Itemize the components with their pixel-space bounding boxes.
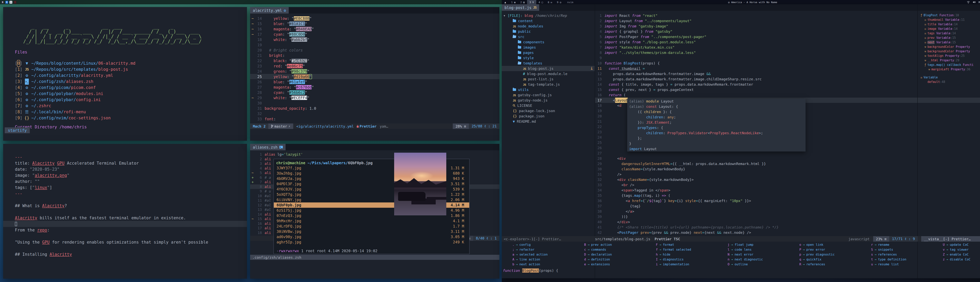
which-key-binding[interactable]: I→diagnostics (645, 257, 717, 262)
vista-item[interactable]: default:48 (918, 80, 980, 84)
which-key-binding[interactable]: P→prev error (789, 247, 861, 252)
vista-item[interactable]: ƒBlogPost Function:10 (918, 13, 980, 18)
vista-item[interactable]: ⚒__html Property:29 (918, 58, 980, 62)
which-key-binding[interactable]: Z→enable CoC (932, 252, 980, 257)
startify-entry[interactable]: [2]⚙~/.config/alacritty/alacritty.yml (15, 73, 135, 78)
vista-item[interactable]: ☒prev Variable:15 (918, 35, 980, 40)
discord-tray-icon[interactable]: D (1, 1, 4, 4)
startify-entry[interactable]: [1]JS~/Repos/blog/src/templates/blog-pos… (15, 67, 135, 73)
vista-item[interactable]: ⚒backgroundColor Property (918, 49, 980, 54)
startify-entry[interactable]: [6]⚙~/.config/polybar/config.ini (15, 97, 135, 103)
vista-outline-panel[interactable]: ƒBlogPost Function:10☒thumbnail Variable… (918, 13, 980, 84)
vista-item[interactable] (918, 72, 980, 75)
tab-alacritty-yml[interactable]: alacritty.yml ⚙ (250, 7, 289, 14)
startify-entry[interactable]: [3]>_~/.config/zsh/aliases.zsh (15, 78, 135, 84)
workspace-2[interactable]: 2▤ (518, 0, 527, 4)
tree-item-tag-template.js[interactable]: JStag-template.js (502, 82, 595, 87)
which-key-binding[interactable]: t→type definition (861, 257, 932, 262)
which-key-binding[interactable]: a→selected action (502, 252, 573, 257)
tree-item-LICENSE[interactable]: ⚲LICENSE (502, 103, 595, 108)
vista-item[interactable]: ☒Variable (918, 75, 980, 80)
tab-blog-post-js[interactable]: blog-post.js JS (502, 4, 539, 11)
which-key-binding[interactable]: .→config (502, 242, 573, 247)
which-key-binding[interactable]: S→snippets (861, 247, 932, 252)
which-key-binding[interactable]: h→hide (645, 252, 717, 257)
tree-item-src[interactable]: src (502, 34, 595, 40)
coc-explorer-panel[interactable]: ▾ [FILE]: blog /home/chris/RepcontentJSn… (502, 13, 595, 124)
startify-entry[interactable]: [5]⚙~/.config/polybar/modules.ini (15, 91, 135, 97)
which-key-binding[interactable]: s→references (861, 252, 932, 257)
lf-file-row[interactable]: 24LrDFQ.jpg1.7 M (274, 224, 469, 229)
tree-item-images[interactable]: images (502, 45, 595, 50)
vista-item[interactable]: ☒thumbnail Variable:11 (918, 18, 980, 22)
tab-aliases-zsh[interactable]: aliases.zsh >_ (250, 144, 286, 150)
tree-item-package-lock.json[interactable]: {}package-lock.json (502, 108, 595, 113)
which-key-binding[interactable]: j→float jump (717, 242, 789, 247)
vista-item[interactable]: ⚒textAlign Property:25 (918, 54, 980, 58)
alert-tray-icon[interactable]: ! (14, 1, 16, 4)
which-key-binding[interactable]: o→open link (789, 242, 861, 247)
workspace-9[interactable]: 9◎ (555, 0, 564, 4)
terminal-startify[interactable]: _ __ _ __ ___ __ _ / | / /_ __(_)___ ___… (3, 7, 247, 141)
workspace-8[interactable]: 8✉ (545, 0, 555, 4)
vista-item[interactable]: ⚒marginLeft Property:36 (918, 67, 980, 72)
startify-entry[interactable]: [0]▼~/Repos/blog/content/Linux/06-alacri… (15, 61, 135, 67)
workspace-4[interactable]: 4▢ (536, 0, 546, 4)
tree-item-gatsby-config.js[interactable]: JSgatsby-config.js (502, 92, 595, 97)
vista-item[interactable]: ☒tags Variable:14 (918, 31, 980, 35)
tree-item-public[interactable]: public (502, 29, 595, 34)
which-key-binding[interactable]: v→tag viewer (932, 247, 980, 252)
vista-item[interactable]: ☒next Variable:15 (918, 40, 980, 45)
workspace-3[interactable]: 3V (527, 0, 536, 4)
editor-markdown[interactable]: ---title: Alacritty GPU Accelerated Term… (3, 144, 247, 279)
tree-item-pages[interactable]: pages (502, 50, 595, 55)
lf-file-row[interactable]: 30iNVBw.jpg3.11 M (274, 229, 469, 234)
music-module[interactable]: ◎ America - A Horse with No Name (728, 1, 777, 4)
which-key-binding[interactable]: B→prev action (573, 242, 645, 247)
workspace-1[interactable]: 1◉ (509, 0, 518, 4)
which-key-binding[interactable]: b→next action (502, 262, 573, 267)
which-key-binding[interactable]: N→next error (717, 252, 789, 257)
which-key-binding[interactable]: l→code lens (717, 247, 789, 252)
which-key-binding[interactable]: O→outline (717, 262, 789, 267)
which-key-binding[interactable]: f→format selected (645, 247, 717, 252)
explorer-root[interactable]: ▾ [FILE]: blog /home/chris/Rep (502, 13, 595, 18)
workspace-switcher[interactable]: 1◉2▤3V4▢8✉9◎ (509, 0, 564, 4)
tree-item-templates[interactable]: templates (502, 61, 595, 66)
tree-item-blog-post.module.le[interactable]: #blog-post.module.le (502, 71, 595, 76)
editor-aliases-zsh[interactable]: aliases.zsh >_ 1alias lg='lazygit' 2ali … (250, 144, 500, 279)
tree-item-blog-post.js[interactable]: JSblog-post.jsi (502, 66, 595, 71)
which-key-menu[interactable]: .→config;→refactora→selected actionA→lin… (502, 242, 980, 268)
wifi-icon[interactable] (967, 1, 970, 3)
which-key-binding[interactable]: e→extensions (573, 262, 645, 267)
which-key-binding[interactable]: d→definition (573, 257, 645, 262)
tree-item-content[interactable]: content (502, 18, 595, 24)
lf-file-row[interactable]: ad6v90y.jpg3.05 M (274, 234, 469, 239)
tree-item-gatsby-node.js[interactable]: JSgatsby-node.js (502, 97, 595, 103)
vista-item[interactable]: ☒title Variable:14 (918, 22, 980, 27)
tree-item-package.json[interactable]: {}package.json (502, 113, 595, 119)
startify-entry[interactable]: [8]☰~/.local/bin/rofi-menu (15, 109, 135, 115)
vista-item[interactable]: ☒image Variable:14 (918, 27, 980, 31)
display-tray-icon[interactable]: ▢ (10, 1, 12, 4)
which-key-binding[interactable]: ;→refactor (502, 247, 573, 252)
tree-item-node_modules[interactable]: JSnode_modules (502, 24, 595, 29)
lf-file-row[interactable]: aghr5Ip.jpg249 K (274, 239, 469, 245)
volume-icon[interactable] (973, 1, 976, 3)
tree-item-post-list.js[interactable]: JSpost-list.js (502, 76, 595, 82)
which-key-binding[interactable]: U→update CoC (932, 242, 980, 247)
which-key-binding[interactable]: q→quickfix (789, 257, 861, 262)
startify-entry[interactable]: [9]{}~/.config/nvim/coc-settings.json (15, 115, 135, 121)
launcher-icon[interactable]: ▲ (502, 1, 509, 4)
editor-alacritty-yml[interactable]: alacritty.yml ⚙ ~14 yellow: "#EBCB8B"~15… (250, 7, 500, 141)
which-key-binding[interactable]: p→prev diagnostic (789, 252, 861, 257)
which-key-binding[interactable]: A→line action (502, 257, 573, 262)
which-key-binding[interactable]: R→references (789, 262, 861, 267)
which-key-binding[interactable]: n→next diagnostic (717, 257, 789, 262)
which-key-binding[interactable]: r→rename (861, 242, 932, 247)
lf-file-row[interactable]: 9hMxcHr.jpg4.1 M (274, 218, 469, 224)
tree-item-style[interactable]: style (502, 55, 595, 61)
which-key-binding[interactable]: c→commands (573, 247, 645, 252)
startify-entry[interactable]: [4]⚙~/.config/picom/picom.conf (15, 84, 135, 91)
which-key-binding[interactable]: u→resume list (861, 262, 932, 267)
